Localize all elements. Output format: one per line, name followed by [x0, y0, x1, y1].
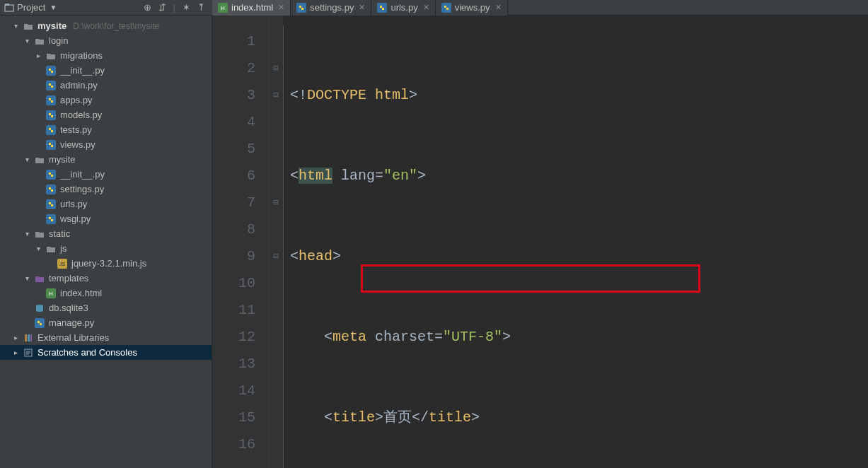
svg-rect-4	[296, 3, 306, 13]
tree-row[interactable]: urls.py	[0, 197, 212, 211]
editor-tab[interactable]: views.py✕	[436, 0, 508, 16]
fold-gutter[interactable]: ⊟⊟⊟⊟	[269, 16, 283, 468]
project-tree[interactable]: ▾mysiteD:\work\for_test\mysite▾login▸mig…	[0, 16, 212, 468]
svg-rect-26	[28, 334, 30, 341]
svg-rect-8	[46, 81, 56, 90]
tree-row[interactable]: ▾mysite	[0, 152, 212, 167]
tree-path: D:\work\for_test\mysite	[73, 21, 159, 31]
svg-rect-24	[35, 318, 45, 328]
py-file-icon	[377, 3, 387, 13]
fold-marker[interactable]	[269, 297, 283, 324]
py-icon	[45, 139, 57, 151]
project-toolbar-icons: ⊕ ⇵ | ✶ ⤒	[144, 2, 212, 13]
fold-marker[interactable]: ⊟	[269, 243, 283, 270]
tree-label: db.sqlite3	[49, 303, 88, 313]
tree-row[interactable]: ▸Scratches and Consoles	[0, 345, 212, 360]
editor-tab[interactable]: urls.py✕	[371, 0, 435, 16]
tree-row[interactable]: Hindex.html	[0, 286, 212, 300]
fold-marker[interactable]	[269, 431, 283, 458]
tree-row[interactable]: ▸migrations	[0, 48, 212, 63]
tree-row[interactable]: __init__.py	[0, 167, 212, 182]
tree-caret-icon[interactable]: ▸	[35, 52, 42, 59]
tree-caret-icon[interactable]: ▸	[12, 349, 19, 356]
line-number: 13	[212, 351, 255, 378]
tree-row[interactable]: apps.py	[0, 93, 212, 107]
tree-row[interactable]: ▾mysiteD:\work\for_test\mysite	[0, 18, 212, 33]
js-icon: JS	[57, 258, 68, 269]
tree-row[interactable]: models.py	[0, 107, 212, 122]
divider: |	[173, 2, 175, 13]
tree-caret-icon[interactable]: ▸	[12, 334, 19, 341]
target-icon[interactable]: ⊕	[144, 2, 151, 13]
tree-label: admin.py	[60, 80, 98, 90]
dropdown-caret-icon[interactable]: ▼	[50, 4, 57, 11]
tree-row[interactable]: ▸External Libraries	[0, 330, 212, 345]
tree-row[interactable]: manage.py	[0, 315, 212, 330]
svg-rect-5	[377, 3, 387, 13]
tree-row[interactable]: ▾login	[0, 33, 212, 48]
tree-row[interactable]: wsgi.py	[0, 211, 212, 226]
line-number: 3	[212, 82, 255, 109]
tree-row[interactable]: ▾js	[0, 241, 212, 256]
collapse-icon[interactable]: ⇵	[158, 2, 166, 13]
editor-tab[interactable]: Hindex.html✕	[212, 0, 291, 16]
line-number: 1	[212, 28, 255, 55]
tree-label: views.py	[60, 139, 96, 150]
fold-marker[interactable]	[269, 378, 283, 404]
line-number: 8	[212, 216, 255, 243]
tree-row[interactable]: ▾templates	[0, 271, 212, 286]
fold-marker[interactable]: ⊟	[269, 189, 283, 216]
fold-marker[interactable]	[269, 270, 283, 297]
close-icon[interactable]: ✕	[495, 3, 502, 12]
tree-caret-icon[interactable]: ▾	[23, 230, 30, 238]
tree-caret-icon[interactable]: ▾	[23, 156, 30, 163]
tree-caret-icon[interactable]: ▾	[23, 37, 30, 45]
close-icon[interactable]: ✕	[359, 3, 365, 12]
close-icon[interactable]: ✕	[278, 3, 284, 12]
editor-tab-bar: Hindex.html✕settings.py✕urls.py✕views.py…	[212, 0, 868, 16]
tree-row[interactable]: db.sqlite3	[0, 300, 212, 315]
tree-label: settings.py	[60, 184, 104, 194]
tree-row[interactable]: __init__.py	[0, 63, 212, 78]
close-icon[interactable]: ✕	[423, 3, 429, 12]
py-icon	[45, 169, 57, 180]
line-number: 4	[212, 109, 255, 136]
fold-marker[interactable]	[269, 351, 283, 378]
line-number-gutter: 12345678910111213141516	[212, 16, 269, 468]
folder-icon	[34, 154, 45, 165]
tree-row[interactable]: ▾static	[0, 226, 212, 241]
fold-marker[interactable]: ⊟	[269, 82, 283, 109]
gear-icon[interactable]: ✶	[183, 2, 190, 13]
tree-label: migrations	[60, 50, 103, 61]
svg-rect-12	[46, 140, 56, 150]
code-area[interactable]: <!DOCTYPE html> <html lang="en"> <head> …	[289, 16, 868, 468]
code-editor[interactable]: 12345678910111213141516 ⊟⊟⊟⊟ <!DOCTYPE h…	[212, 16, 868, 468]
editor-tab[interactable]: settings.py✕	[291, 0, 371, 16]
fold-marker[interactable]	[269, 163, 283, 189]
fold-marker[interactable]	[269, 136, 283, 163]
line-number: 12	[212, 324, 255, 351]
svg-rect-13	[46, 170, 56, 180]
tree-label: tests.py	[60, 124, 92, 135]
project-toolwindow-header[interactable]: Project ▼ ⊕ ⇵ | ✶ ⤒	[0, 2, 212, 13]
fold-marker[interactable]	[269, 324, 283, 351]
svg-rect-6	[441, 3, 451, 13]
tree-row[interactable]: admin.py	[0, 78, 212, 93]
tree-caret-icon[interactable]: ▾	[35, 245, 42, 252]
tree-row[interactable]: views.py	[0, 137, 212, 152]
line-number: 11	[212, 297, 255, 324]
tree-caret-icon[interactable]: ▾	[23, 274, 30, 282]
fold-marker[interactable]: ⊟	[269, 55, 283, 82]
tree-caret-icon[interactable]: ▾	[12, 22, 19, 30]
hide-icon[interactable]: ⤒	[197, 2, 205, 13]
tab-label: index.html	[231, 2, 273, 13]
tree-row[interactable]: JSjquery-3.2.1.min.js	[0, 256, 212, 271]
tree-row[interactable]: tests.py	[0, 122, 212, 137]
fold-marker[interactable]	[269, 216, 283, 243]
tree-label: templates	[49, 273, 88, 283]
tree-row[interactable]: settings.py	[0, 182, 212, 197]
fold-marker[interactable]	[269, 404, 283, 431]
fold-marker[interactable]	[269, 109, 283, 136]
project-icon	[4, 3, 14, 13]
fold-marker[interactable]	[269, 28, 283, 55]
